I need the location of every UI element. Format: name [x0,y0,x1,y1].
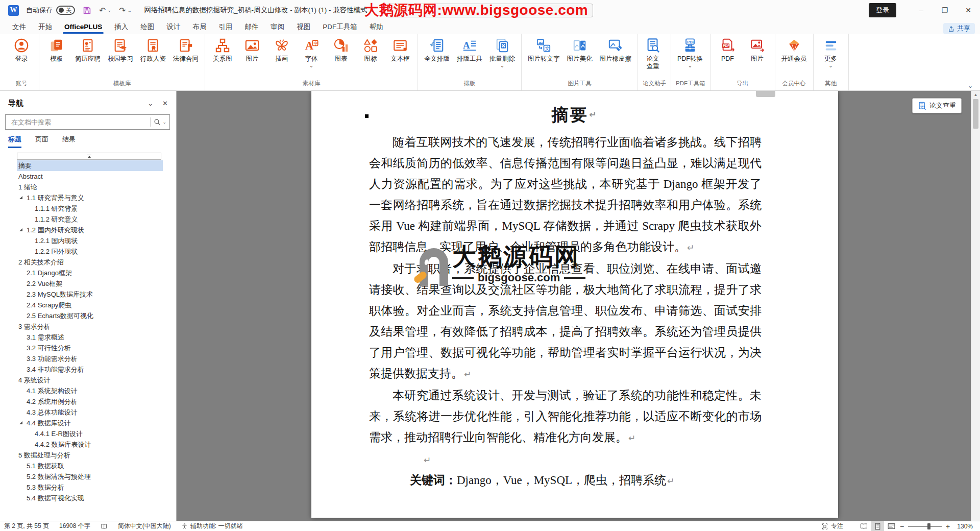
full-layout-button[interactable]: 全文排版 [421,36,453,64]
tab-help[interactable]: 帮助 [363,20,389,34]
chevron-down-icon[interactable]: ⌄ [162,119,166,125]
document-page[interactable]: 摘要↵ 随着互联网技术的飞速发展，传统招聘行业面临着诸多挑战。线下招聘会和纸质简… [311,91,838,518]
tab-draw[interactable]: 绘图 [134,20,160,34]
scrollbar-thumb[interactable] [973,99,978,129]
chevron-down-icon[interactable]: ⌄ [148,100,153,107]
doc-empty-paragraph[interactable]: ↵ [369,449,762,470]
scroll-up-icon[interactable]: ▴ [971,91,980,98]
nav-heading-item[interactable]: 3.2 可行性分析 [17,343,171,353]
nav-heading-item[interactable]: 1.1 研究背景与意义 [17,192,171,203]
zoom-level[interactable]: 130% [957,523,973,530]
page-info[interactable]: 第 2 页, 共 55 页 [4,522,49,530]
template-button[interactable]: 模板 [42,36,71,64]
nav-heading-item[interactable]: 2.2 Vue框架 [17,278,171,289]
restore-button[interactable]: ❐ [933,0,957,20]
language-status[interactable]: 简体中文(中国大陆) [118,522,171,530]
ribbon-login-button[interactable]: 登录 [7,36,36,64]
nav-heading-item[interactable]: 2.3 MySQL数据库技术 [17,289,171,300]
redo-button[interactable]: ↷ [119,6,126,15]
tab-officeplus[interactable]: OfficePLUS [58,20,108,34]
focus-mode-button[interactable]: 专注 [821,522,843,530]
login-button[interactable]: 登录 [869,3,896,17]
tab-references[interactable]: 引用 [212,20,238,34]
nav-heading-item[interactable]: 4 系统设计 [17,375,163,385]
export-pdf-button[interactable]: PDFPDF [713,36,743,64]
nav-heading-item[interactable]: 3 需求分析 [17,321,163,332]
word-app-icon[interactable]: W [8,5,19,16]
scroll-to-top-button[interactable] [17,153,161,160]
paper-check-button[interactable]: 论文查重 [641,36,665,72]
share-button[interactable]: 共享 [943,23,975,34]
collapse-triangle-icon[interactable] [19,421,22,424]
nav-heading-item[interactable]: Abstract [17,171,163,182]
nav-tab-2[interactable]: 结果 [62,135,76,148]
collapse-triangle-icon[interactable] [19,228,22,231]
doc-paragraph[interactable]: 本研究通过系统设计、开发与测试，验证了系统的功能性和稳定性。未来，系统将进一步优… [369,385,762,449]
document-search-box[interactable]: ⌄ [5,114,170,130]
nav-heading-item[interactable]: 3.3 功能需求分析 [17,353,171,364]
picture-button[interactable]: 图片 [237,36,267,64]
nav-heading-item[interactable]: 5 数据处理与分析 [17,450,163,461]
quick-access-menu-button[interactable]: ⌄ [127,7,132,14]
nav-heading-item[interactable]: 4.4.1 E-R图设计 [17,428,177,439]
print-layout-button[interactable] [871,521,884,531]
tab-mailings[interactable]: 邮件 [238,20,264,34]
zoom-out-button[interactable]: − [900,522,904,530]
tab-home[interactable]: 开始 [32,20,58,34]
nav-heading-item[interactable]: 5.3 数据分析 [17,482,171,493]
nav-heading-item[interactable]: 3.1 需求概述 [17,332,171,343]
tab-view[interactable]: 视图 [290,20,316,34]
close-button[interactable]: ✕ [957,0,980,20]
nav-heading-item[interactable]: 2.5 Echarts数据可视化 [17,310,171,321]
autosave-control[interactable]: 自动保存 关 [26,6,75,15]
vertical-scrollbar[interactable]: ▴ [971,91,980,521]
chart-button[interactable]: 图表 [326,36,356,64]
relation-chart-button[interactable]: 关系图 [208,36,237,64]
nav-heading-item[interactable]: 1 绪论 [17,182,163,192]
document-title[interactable]: 网络招聘信息的数据挖掘研究_初稿-周义山修改 - 副本(1) (1) - 兼容性… [144,6,375,15]
campus-study-button[interactable]: 校园学习 [104,36,137,64]
hr-admin-button[interactable]: 行政人资 [137,36,169,64]
icon-lib-button[interactable]: 图标 [356,36,385,64]
font-button[interactable]: A字字体⌄ [297,36,326,69]
image-eraser-button[interactable]: 图片橡皮擦 [596,36,635,64]
nav-heading-item[interactable]: 1.2 国内外研究现状 [17,225,171,235]
nav-heading-item[interactable]: 4.4.2 数据库表设计 [17,439,177,450]
doc-paragraph[interactable]: 随着互联网技术的飞速发展，传统招聘行业面临着诸多挑战。线下招聘会和纸质简历的低效… [369,132,762,258]
open-member-button[interactable]: 开通会员 [778,36,811,64]
nav-heading-item[interactable]: 4.3 总体功能设计 [17,407,171,418]
close-icon[interactable]: ✕ [162,100,168,107]
tab-layout[interactable]: 布局 [186,20,212,34]
paper-check-floating-button[interactable]: 论文查重 [912,98,962,113]
nav-tab-1[interactable]: 页面 [35,135,48,148]
proofing-status[interactable] [101,523,108,530]
tab-file[interactable]: 文件 [6,20,32,34]
nav-heading-item[interactable]: 4.4 数据库设计 [17,418,171,428]
word-count[interactable]: 16908 个字 [59,522,90,530]
doc-heading-abstract[interactable]: 摘要↵ [311,102,838,127]
layout-tool-button[interactable]: A排版工具 [453,36,486,64]
image-beautify-button[interactable]: 图片美化 [564,36,596,64]
search-input[interactable] [10,118,147,127]
doc-keywords[interactable]: 关键词：Django，Vue，MySQL，爬虫，招聘系统↵ [369,470,762,492]
autosave-toggle[interactable]: 关 [56,6,75,15]
nav-heading-item[interactable]: 5.1 数据获取 [17,461,171,471]
nav-heading-item[interactable]: 1.2.1 国内现状 [17,235,177,246]
more-button[interactable]: 更多⌄ [816,36,846,69]
nav-tab-0[interactable]: 标题 [8,135,21,148]
nav-heading-item[interactable]: 3.4 非功能需求分析 [17,364,171,375]
zoom-slider[interactable] [908,526,942,527]
nav-heading-item[interactable]: 摘要 [17,160,163,171]
image-to-text-button[interactable]: 文图片转文字 [524,36,564,64]
legal-contract-button[interactable]: 法律合同 [169,36,202,64]
nav-heading-item[interactable]: 1.1.2 研究意义 [17,214,177,225]
nav-heading-item[interactable]: 4.1 系统架构设计 [17,385,171,396]
web-layout-button[interactable] [885,521,898,531]
nav-heading-item[interactable]: 4.2 系统用例分析 [17,396,171,407]
nav-heading-item[interactable]: 2.4 Scrapy爬虫 [17,300,171,310]
tab-review[interactable]: 审阅 [264,20,290,34]
nav-heading-item[interactable]: 5.4 数据可视化实现 [17,493,171,503]
nav-heading-item[interactable]: 2 相关技术介绍 [17,257,163,268]
tab-insert[interactable]: 插入 [108,20,134,34]
textbox-button[interactable]: 文本框 [385,36,415,64]
